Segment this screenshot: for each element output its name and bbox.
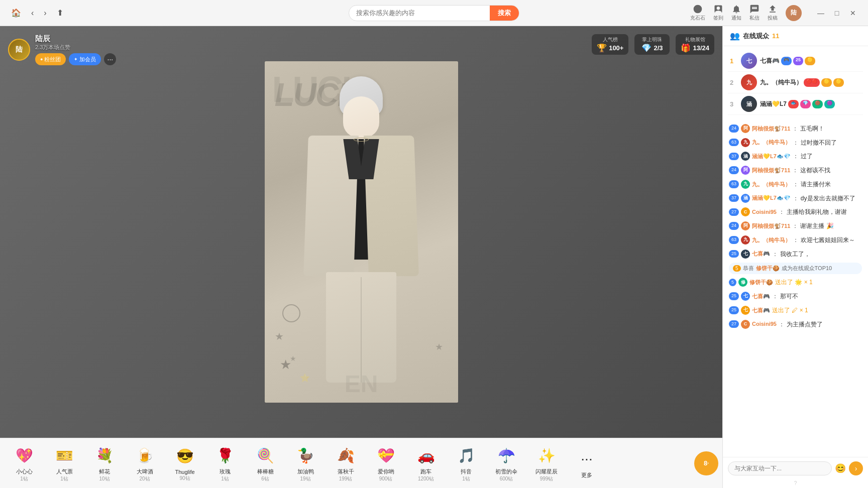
gift-item[interactable]: 💝 爱你哟 900钻 bbox=[366, 441, 406, 485]
gift-item[interactable]: ✨ 闪耀星辰 999钻 bbox=[526, 441, 567, 485]
chat-colon: ： bbox=[792, 166, 798, 175]
member-button[interactable]: ✦ 加会员 bbox=[69, 53, 101, 65]
gift-item[interactable]: 💐 鲜花 10钻 bbox=[84, 441, 125, 485]
palmjewel-label: 掌上明珠 bbox=[642, 36, 662, 43]
maximize-button[interactable]: □ bbox=[830, 6, 844, 20]
home-button[interactable]: 🏠 bbox=[8, 6, 24, 20]
badge-num: 27 bbox=[729, 320, 739, 328]
gift-name: Thuglife bbox=[175, 469, 194, 475]
forward-button[interactable]: › bbox=[41, 7, 49, 20]
badge-num: 63 bbox=[729, 139, 739, 147]
chat-username: 九。（纯牛马） bbox=[752, 236, 791, 245]
chat-text: 这都该不找 bbox=[800, 166, 830, 175]
chat-colon: ： bbox=[772, 292, 778, 301]
chat-text: 过了 bbox=[801, 152, 813, 161]
gift-name: 鲜花 bbox=[99, 468, 110, 475]
chat-username: 阿柚很烦🐒711 bbox=[752, 125, 790, 133]
send-button[interactable]: › bbox=[849, 461, 863, 475]
giftgallery-stat: 礼物展馆 🎁 13/24 bbox=[676, 34, 714, 55]
gift-name: 人气票 bbox=[56, 468, 73, 475]
host-views: 2.3万本场点赞 bbox=[35, 44, 116, 51]
gift-price: 1钻 bbox=[60, 475, 68, 482]
popularity-value: 100+ bbox=[609, 44, 623, 52]
back-button[interactable]: ‹ bbox=[28, 7, 37, 20]
chat-message: 27 C Coisini95 ： 为主播点赞了 bbox=[729, 319, 862, 329]
gift-item[interactable]: 🍂 落秋千 199钻 bbox=[325, 441, 366, 485]
chat-colon: ： bbox=[793, 138, 799, 147]
host-details: 陆辰 2.3万本场点赞 ● 粉丝团 ✦ 加会员 ··· bbox=[35, 34, 116, 65]
badge-num: 37 bbox=[729, 153, 739, 161]
chat-username: Coisini95 bbox=[752, 208, 777, 216]
search-button[interactable]: 搜索 bbox=[490, 6, 519, 21]
chat-avatar: C bbox=[741, 320, 750, 329]
chat-colon: ： bbox=[792, 124, 798, 133]
host-info-overlay: 陆 陆辰 2.3万本场点赞 ● 粉丝团 ✦ 加会员 ··· bbox=[8, 34, 116, 65]
gift-item[interactable]: 🎫 人气票 1钻 bbox=[44, 441, 84, 485]
top-icon-charge[interactable]: 充石石 bbox=[690, 4, 705, 22]
chat-username: 七喜🎮 bbox=[752, 292, 770, 301]
gift-item[interactable]: 🍭 棒棒糖 6钻 bbox=[245, 441, 285, 485]
gift-item[interactable]: ··· 更多 bbox=[567, 444, 607, 482]
chat-username: Coisini95 bbox=[752, 320, 777, 328]
search-input[interactable] bbox=[349, 6, 490, 20]
emoji-button[interactable]: 😊 bbox=[835, 463, 846, 474]
badge-num: 37 bbox=[729, 194, 739, 202]
gift-item[interactable]: 🍺 大啤酒 20钻 bbox=[125, 441, 165, 485]
gift-price: 199钻 bbox=[339, 475, 353, 482]
gift-list: 💖 小心心 1钻 🎫 人气票 1钻 💐 鲜花 10钻 🍺 大啤酒 20钻 😎 T… bbox=[4, 441, 690, 485]
system-badge: 5 bbox=[733, 265, 741, 272]
top-icon-notify[interactable]: 通知 bbox=[731, 4, 741, 22]
top-icon-signin[interactable]: 签到 bbox=[713, 4, 723, 22]
chat-colon: ： bbox=[793, 235, 799, 245]
gift-price: 600钻 bbox=[500, 475, 513, 482]
badge-num: 24 bbox=[729, 166, 739, 174]
gift-price: 1钻 bbox=[221, 475, 229, 482]
gift-item[interactable]: 🌹 玫瑰 1钻 bbox=[205, 441, 245, 485]
gift-item[interactable]: ☂️ 初雪的伞 600钻 bbox=[486, 441, 526, 485]
gift-item[interactable]: 🦆 加油鸭 19钻 bbox=[285, 441, 325, 485]
viewer-badges-1: 七喜🎮 🎮 25 🟡 bbox=[760, 57, 861, 65]
gift-item[interactable]: 🚗 跑车 1200钻 bbox=[406, 441, 446, 485]
chat-avatar: 涵 bbox=[741, 152, 750, 161]
user-avatar[interactable]: 陆 bbox=[786, 5, 802, 21]
top-icon-upload[interactable]: 投稿 bbox=[768, 4, 778, 22]
gift-item[interactable]: 🎵 抖音 1钻 bbox=[446, 441, 486, 485]
top-icon-message[interactable]: 私信 bbox=[749, 4, 759, 22]
chat-text: 谢谢主播 🎉 bbox=[800, 221, 833, 230]
gift-price: 1200钻 bbox=[418, 475, 434, 482]
chat-input[interactable] bbox=[728, 461, 832, 475]
follow-button[interactable]: ● 粉丝团 bbox=[35, 53, 66, 65]
gift-icon: 🎵 bbox=[455, 444, 478, 467]
minimize-button[interactable]: — bbox=[814, 6, 828, 20]
more-options-button[interactable]: ··· bbox=[104, 53, 116, 65]
viewers-count: 11 bbox=[772, 32, 779, 40]
gift-item[interactable]: 💖 小心心 1钻 bbox=[4, 441, 44, 485]
gift-bar: 💖 小心心 1钻 🎫 人气票 1钻 💐 鲜花 10钻 🍺 大啤酒 20钻 😎 T… bbox=[0, 438, 722, 488]
manga-artwork: LUCH ★ ★ ★ ⭐ ★ bbox=[265, 61, 458, 403]
window-controls: — □ ✕ bbox=[814, 6, 860, 20]
gift-name: 爱你哟 bbox=[378, 468, 394, 475]
close-button[interactable]: ✕ bbox=[846, 6, 860, 20]
host-avatar[interactable]: 陆 bbox=[8, 39, 30, 61]
palmjewel-value: 2/3 bbox=[654, 44, 663, 52]
share-button[interactable]: ⬆ bbox=[54, 6, 66, 20]
chat-avatar: 九 bbox=[741, 138, 750, 147]
badge-num: 5 bbox=[729, 279, 736, 287]
chat-username: 阿柚很烦🐒711 bbox=[752, 222, 790, 230]
gift-price: 19钻 bbox=[300, 475, 310, 482]
chat-text: 为主播点赞了 bbox=[787, 320, 823, 329]
coin-count-button[interactable]: 8 › bbox=[694, 451, 718, 475]
chat-username: 涵涵💛L7🐟💎 bbox=[752, 194, 791, 202]
chat-colon: ： bbox=[793, 180, 799, 189]
chat-colon: ： bbox=[779, 320, 785, 329]
chat-avatar: 阿 bbox=[741, 124, 750, 133]
gift-name: 小心心 bbox=[16, 468, 33, 475]
gift-icon: 🎫 bbox=[53, 444, 76, 467]
chat-avatar: 阿 bbox=[741, 221, 750, 230]
gift-item[interactable]: 😎 Thuglife 90钻 bbox=[165, 442, 205, 485]
chat-avatar: 涵 bbox=[741, 194, 750, 203]
gift-name: 抖音 bbox=[461, 468, 472, 475]
chat-text: 五毛啊！ bbox=[800, 124, 824, 133]
viewer-avatar-3: 涵 bbox=[741, 96, 757, 112]
gift-icon: 💐 bbox=[93, 444, 116, 467]
